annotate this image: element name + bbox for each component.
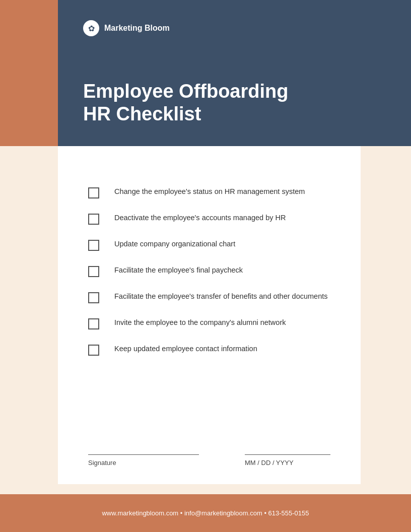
checkbox-1[interactable]	[88, 187, 99, 198]
checklist-text-1: Change the employee's status on HR manag…	[114, 186, 305, 197]
checkbox-5[interactable]	[88, 292, 99, 303]
list-item: Change the employee's status on HR manag…	[88, 186, 330, 198]
checkbox-4[interactable]	[88, 266, 99, 277]
checklist-text-6: Invite the employee to the company's alu…	[114, 317, 286, 328]
checkbox-2[interactable]	[88, 214, 99, 225]
signature-line	[88, 454, 199, 455]
date-label: MM / DD / YYYY	[245, 459, 330, 467]
date-line	[245, 454, 330, 455]
logo-area: ✿ Marketing Bloom	[83, 20, 386, 36]
list-item: Invite the employee to the company's alu…	[88, 317, 330, 329]
logo-text: Marketing Bloom	[104, 24, 170, 33]
list-item: Update company organizational chart	[88, 239, 330, 251]
main-content-card: Change the employee's status on HR manag…	[58, 146, 361, 484]
signature-block: Signature	[88, 454, 199, 467]
checklist-text-4: Facilitate the employee's final paycheck	[114, 265, 243, 276]
signature-section: Signature MM / DD / YYYY	[88, 454, 330, 467]
list-item: Facilitate the employee's final paycheck	[88, 265, 330, 277]
checklist-text-7: Keep updated employee contact informatio…	[114, 344, 257, 355]
checkbox-7[interactable]	[88, 345, 99, 356]
left-accent-bar	[0, 0, 58, 146]
page-title: Employee Offboarding HR Checklist	[83, 80, 386, 126]
date-block: MM / DD / YYYY	[245, 454, 330, 467]
checklist-text-2: Deactivate the employee's accounts manag…	[114, 213, 286, 224]
signature-label: Signature	[88, 459, 199, 467]
checklist: Change the employee's status on HR manag…	[88, 186, 330, 356]
checkbox-3[interactable]	[88, 240, 99, 251]
logo-icon: ✿	[83, 20, 99, 36]
list-item: Keep updated employee contact informatio…	[88, 344, 330, 356]
list-item: Facilitate the employee's transfer of be…	[88, 291, 330, 303]
checklist-text-3: Update company organizational chart	[114, 239, 235, 250]
page-footer: www.marketingbloom.com • info@marketingb…	[0, 494, 411, 532]
checklist-text-5: Facilitate the employee's transfer of be…	[114, 291, 328, 302]
list-item: Deactivate the employee's accounts manag…	[88, 213, 330, 225]
footer-text: www.marketingbloom.com • info@marketingb…	[102, 509, 309, 517]
page-header: ✿ Marketing Bloom Employee Offboarding H…	[58, 0, 411, 146]
checkbox-6[interactable]	[88, 318, 99, 329]
